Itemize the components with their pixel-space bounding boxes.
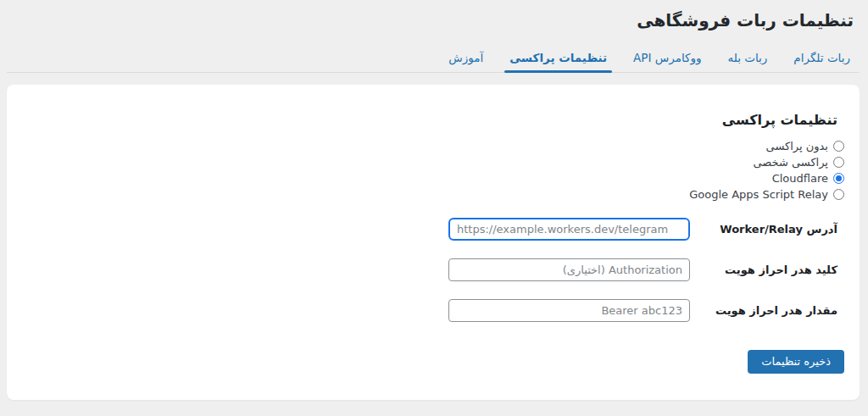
panel-heading-text: تنظیمات پراکسی xyxy=(722,112,844,129)
radio-button[interactable] xyxy=(833,141,844,152)
tab-woocommerce-api[interactable]: ووکامرس API xyxy=(632,51,703,72)
radio-button[interactable] xyxy=(833,157,844,168)
radio-label: Cloudflare xyxy=(772,172,828,185)
tab-tutorial[interactable]: آموزش xyxy=(447,51,485,72)
save-settings-button[interactable]: ذخیره تنظیمات xyxy=(748,350,844,374)
radio-label: بدون پراکسی xyxy=(766,140,828,153)
radio-label: پراکسی شخصی xyxy=(753,156,828,169)
tab-telegram-bot[interactable]: ربات تلگرام xyxy=(792,51,852,72)
settings-tabs: ربات تلگرام ربات بله ووکامرس API تنظیمات… xyxy=(7,31,860,73)
proxy-mode-radio-group: بدون پراکسی پراکسی شخصی Cloudflare Googl… xyxy=(22,138,844,202)
auth-header-value-label: مقدار هدر احراز هویت xyxy=(690,303,844,318)
radio-button[interactable] xyxy=(833,189,844,200)
worker-relay-url-label: آدرس Worker/Relay xyxy=(690,222,844,236)
form-actions: ذخیره تنظیمات xyxy=(22,350,844,374)
form-row-worker-relay-url: آدرس Worker/Relay xyxy=(22,218,844,241)
proxy-form: آدرس Worker/Relay کلید هدر احراز هویت مق… xyxy=(22,218,844,322)
radio-option-personal-proxy[interactable]: پراکسی شخصی xyxy=(22,154,844,170)
panel-heading: تنظیمات پراکسی xyxy=(22,85,844,129)
proxy-settings-panel: تنظیمات پراکسی بدون پراکسی پراکسی شخصی C… xyxy=(7,85,860,400)
form-row-auth-header-value: مقدار هدر احراز هویت xyxy=(22,299,844,322)
tab-bale-bot[interactable]: ربات بله xyxy=(726,51,770,72)
radio-option-google-apps-script-relay[interactable]: Google Apps Script Relay xyxy=(22,186,844,202)
worker-relay-url-input[interactable] xyxy=(448,218,690,241)
radio-button-checked[interactable] xyxy=(833,173,844,184)
radio-option-no-proxy[interactable]: بدون پراکسی xyxy=(22,138,844,154)
auth-header-key-input[interactable] xyxy=(448,258,690,281)
auth-header-key-label: کلید هدر احراز هویت xyxy=(690,263,844,277)
radio-label: Google Apps Script Relay xyxy=(689,188,828,201)
tab-proxy-settings[interactable]: تنظیمات پراکسی xyxy=(508,51,609,72)
auth-header-value-input[interactable] xyxy=(448,299,690,322)
page-title: تنظیمات ربات فروشگاهی xyxy=(0,10,854,31)
radio-option-cloudflare[interactable]: Cloudflare xyxy=(22,170,844,186)
form-row-auth-header-key: کلید هدر احراز هویت xyxy=(22,258,844,281)
